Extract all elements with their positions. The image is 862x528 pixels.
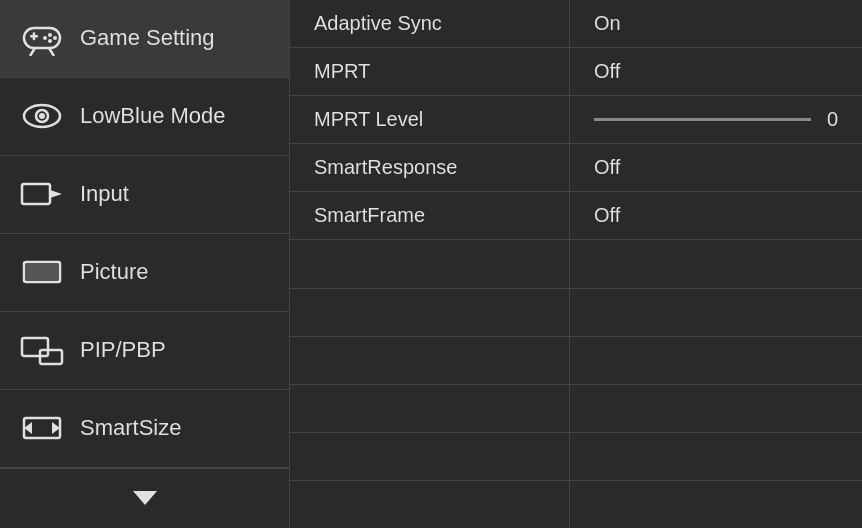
- smartframe-label: SmartFrame: [290, 192, 570, 239]
- picture-icon: [20, 250, 64, 294]
- sidebar-label-smartsize: SmartSize: [80, 415, 181, 441]
- sidebar-label-game-setting: Game Setting: [80, 25, 215, 51]
- settings-row-empty-6: [290, 481, 862, 528]
- settings-row-adaptive-sync[interactable]: Adaptive Sync On: [290, 0, 862, 48]
- settings-row-empty-5: [290, 433, 862, 481]
- chevron-down-icon: [133, 491, 157, 505]
- mprt-level-label: MPRT Level: [290, 96, 570, 143]
- smartsize-icon: [20, 406, 64, 450]
- svg-point-6: [43, 36, 47, 40]
- settings-row-smartframe[interactable]: SmartFrame Off: [290, 192, 862, 240]
- mprt-value: Off: [570, 48, 862, 95]
- sidebar-item-game-setting[interactable]: Game Setting: [0, 0, 289, 78]
- svg-rect-2: [33, 33, 36, 41]
- sidebar-item-input[interactable]: Input: [0, 156, 289, 234]
- svg-rect-12: [26, 264, 58, 280]
- sidebar-item-picture[interactable]: Picture: [0, 234, 289, 312]
- eye-icon: [20, 94, 64, 138]
- smartframe-value: Off: [570, 192, 862, 239]
- gamepad-icon: [20, 16, 64, 60]
- smartresponse-label: SmartResponse: [290, 144, 570, 191]
- sidebar-label-lowblue: LowBlue Mode: [80, 103, 226, 129]
- sidebar-label-input: Input: [80, 181, 129, 207]
- settings-row-empty-4: [290, 385, 862, 433]
- settings-row-mprt[interactable]: MPRT Off: [290, 48, 862, 96]
- settings-row-empty-2: [290, 289, 862, 337]
- mprt-level-slider[interactable]: [594, 118, 811, 121]
- sidebar-label-pip: PIP/PBP: [80, 337, 166, 363]
- sidebar-item-pip-pbp[interactable]: PIP/PBP: [0, 312, 289, 390]
- sidebar-more-button[interactable]: [0, 468, 289, 528]
- mprt-label: MPRT: [290, 48, 570, 95]
- settings-row-smartresponse[interactable]: SmartResponse Off: [290, 144, 862, 192]
- adaptive-sync-value: On: [570, 0, 862, 47]
- settings-row-mprt-level[interactable]: MPRT Level 0: [290, 96, 862, 144]
- svg-point-9: [39, 113, 45, 119]
- svg-rect-13: [22, 338, 48, 356]
- pip-icon: [20, 328, 64, 372]
- sidebar: Game Setting LowBlue Mode Input: [0, 0, 290, 528]
- input-icon: [20, 172, 64, 216]
- main-container: Game Setting LowBlue Mode Input: [0, 0, 862, 528]
- settings-row-empty-3: [290, 337, 862, 385]
- svg-point-5: [48, 39, 52, 43]
- mprt-level-value: 0: [570, 96, 862, 143]
- sidebar-label-picture: Picture: [80, 259, 148, 285]
- settings-panel: Adaptive Sync On MPRT Off MPRT Level: [290, 0, 862, 528]
- sidebar-item-smartsize[interactable]: SmartSize: [0, 390, 289, 468]
- smartresponse-value: Off: [570, 144, 862, 191]
- svg-point-4: [53, 36, 57, 40]
- svg-rect-10: [22, 184, 50, 204]
- settings-table: Adaptive Sync On MPRT Off MPRT Level: [290, 0, 862, 528]
- sidebar-item-lowblue-mode[interactable]: LowBlue Mode: [0, 78, 289, 156]
- settings-row-empty-1: [290, 240, 862, 288]
- svg-point-3: [48, 33, 52, 37]
- adaptive-sync-label: Adaptive Sync: [290, 0, 570, 47]
